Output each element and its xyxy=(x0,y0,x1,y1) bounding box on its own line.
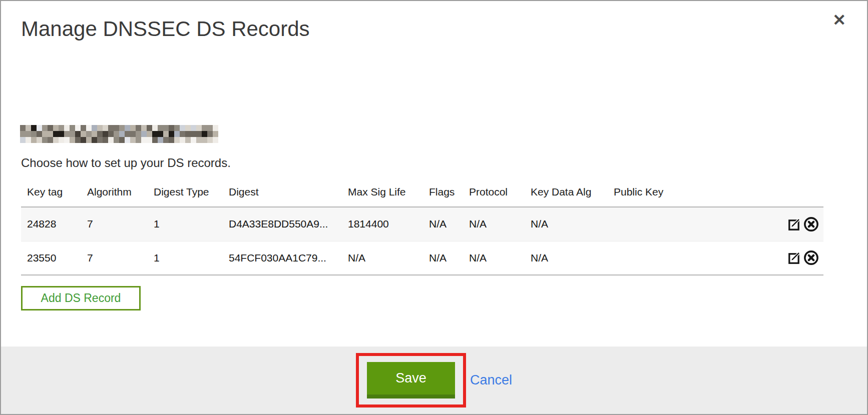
col-header-digest: Digest xyxy=(223,177,342,207)
manage-dnssec-modal: Manage DNSSEC DS Records ✕ Choose how to… xyxy=(0,0,868,415)
modal-title: Manage DNSSEC DS Records xyxy=(21,17,310,41)
annotation-highlight-box: Save xyxy=(356,353,466,408)
cell-flags: N/A xyxy=(423,207,463,241)
cell-max-sig-life: 1814400 xyxy=(342,207,423,241)
col-header-protocol: Protocol xyxy=(463,177,525,207)
col-header-key-tag: Key tag xyxy=(21,177,81,207)
cell-algorithm: 7 xyxy=(81,207,148,241)
delete-record-icon[interactable] xyxy=(803,216,819,232)
cell-key-tag: 24828 xyxy=(21,207,81,241)
cell-digest: D4A33E8DD550A9... xyxy=(223,207,342,241)
instruction-text: Choose how to set up your DS records. xyxy=(21,156,231,170)
cell-algorithm: 7 xyxy=(81,241,148,275)
col-header-algorithm: Algorithm xyxy=(81,177,148,207)
col-header-max-sig-life: Max Sig Life xyxy=(342,177,423,207)
cell-max-sig-life: N/A xyxy=(342,241,423,275)
cell-flags: N/A xyxy=(423,241,463,275)
cell-key-data-alg: N/A xyxy=(525,241,608,275)
col-header-public-key: Public Key xyxy=(608,177,730,207)
cell-protocol: N/A xyxy=(463,207,525,241)
row-actions xyxy=(730,207,823,241)
cell-protocol: N/A xyxy=(463,241,525,275)
ds-records-table: Key tag Algorithm Digest Type Digest Max… xyxy=(21,177,823,276)
table-header-row: Key tag Algorithm Digest Type Digest Max… xyxy=(21,177,823,207)
domain-name-redacted xyxy=(20,125,218,143)
col-header-key-data-alg: Key Data Alg xyxy=(525,177,608,207)
cell-digest: 54FCF030AA1C79... xyxy=(223,241,342,275)
close-icon[interactable]: ✕ xyxy=(832,12,846,28)
edit-record-icon[interactable] xyxy=(786,216,803,232)
table-row: 23550 7 1 54FCF030AA1C79... N/A N/A N/A … xyxy=(21,241,823,275)
cell-key-data-alg: N/A xyxy=(525,207,608,241)
save-button[interactable]: Save xyxy=(367,362,455,398)
col-header-actions xyxy=(730,177,823,207)
row-actions xyxy=(730,241,823,275)
cell-public-key xyxy=(608,207,730,241)
table-row: 24828 7 1 D4A33E8DD550A9... 1814400 N/A … xyxy=(21,207,823,241)
col-header-digest-type: Digest Type xyxy=(148,177,223,207)
add-ds-record-button[interactable]: Add DS Record xyxy=(21,286,141,310)
cancel-link[interactable]: Cancel xyxy=(470,372,512,388)
cell-key-tag: 23550 xyxy=(21,241,81,275)
edit-record-icon[interactable] xyxy=(786,250,803,266)
delete-record-icon[interactable] xyxy=(803,250,819,266)
cell-digest-type: 1 xyxy=(148,241,223,275)
modal-footer: Save Cancel xyxy=(1,346,867,414)
cell-public-key xyxy=(608,241,730,275)
col-header-flags: Flags xyxy=(423,177,463,207)
cell-digest-type: 1 xyxy=(148,207,223,241)
